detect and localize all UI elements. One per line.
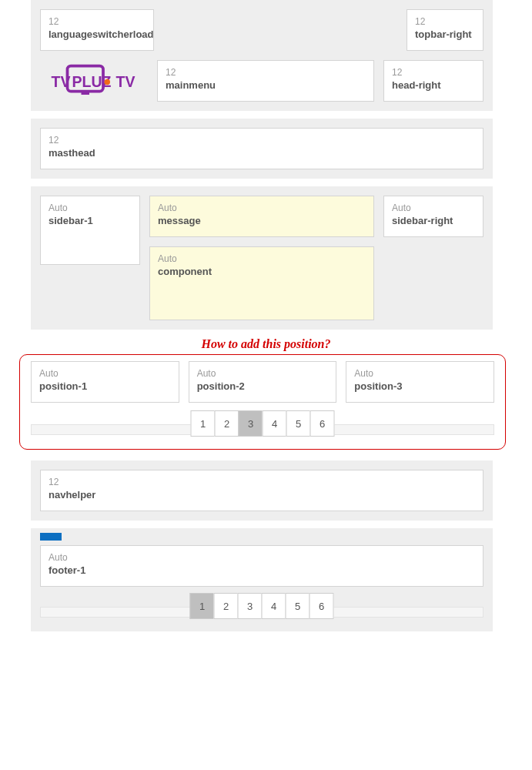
page-button-5[interactable]: 5: [286, 593, 310, 619]
module-name: head-right: [392, 79, 475, 91]
page-button-1[interactable]: 1: [191, 410, 216, 437]
page-button-2[interactable]: 2: [214, 593, 239, 619]
footer-section: Auto footer-1 123456: [31, 528, 493, 631]
footer-accent-icon: [40, 533, 62, 541]
module-size: 12: [166, 67, 366, 78]
logo-tvpluz: TV PLUZ TV: [40, 60, 148, 102]
module-size: Auto: [392, 203, 475, 213]
topbar-section: 12 languageswitcherload 12 topbar-right …: [31, 0, 493, 111]
module-size: Auto: [354, 368, 486, 379]
module-footer-1[interactable]: Auto footer-1: [40, 545, 483, 587]
footer-pagination-bar: 123456: [40, 594, 483, 622]
module-name: component: [158, 266, 366, 277]
module-sidebar-right[interactable]: Auto sidebar-right: [383, 196, 483, 237]
module-name: mainmenu: [166, 79, 366, 91]
module-name: masthead: [49, 147, 475, 159]
module-topbar-right[interactable]: 12 topbar-right: [407, 9, 483, 51]
module-size: Auto: [49, 203, 132, 213]
page-button-5[interactable]: 5: [286, 410, 311, 437]
module-name: footer-1: [49, 564, 475, 576]
svg-text:TV: TV: [116, 73, 136, 90]
module-name: navhelper: [49, 489, 475, 500]
module-name: position-3: [354, 380, 486, 392]
module-position-2[interactable]: Auto position-2: [189, 361, 337, 403]
svg-rect-1: [82, 92, 90, 95]
module-name: sidebar-1: [49, 215, 132, 226]
module-size: Auto: [158, 253, 366, 264]
module-head-right[interactable]: 12 head-right: [383, 60, 483, 102]
module-name: topbar-right: [415, 28, 475, 40]
highlight-positions: Auto position-1 Auto position-2 Auto pos…: [19, 354, 506, 450]
navhelper-section: 12 navhelper: [31, 460, 493, 521]
positions-pagination: 123456: [191, 410, 335, 437]
svg-text:TV: TV: [52, 73, 71, 90]
page-button-3[interactable]: 3: [239, 410, 263, 437]
module-size: Auto: [197, 368, 329, 379]
module-size: 12: [49, 477, 475, 487]
module-size: 12: [392, 67, 475, 78]
masthead-section: 12 masthead: [31, 119, 493, 179]
page-button-6[interactable]: 6: [310, 410, 335, 437]
module-size: 12: [49, 16, 146, 27]
module-mainmenu[interactable]: 12 mainmenu: [157, 60, 374, 102]
annotation-text: How to add this position?: [0, 337, 532, 351]
module-name: position-1: [39, 380, 171, 392]
module-name: message: [158, 215, 366, 226]
module-name: position-2: [197, 380, 329, 392]
module-sidebar-1[interactable]: Auto sidebar-1: [40, 196, 140, 265]
module-name: languageswitcherload: [49, 28, 146, 40]
module-languageswitcherload[interactable]: 12 languageswitcherload: [40, 9, 154, 51]
module-position-1[interactable]: Auto position-1: [31, 361, 179, 403]
footer-pagination: 123456: [190, 593, 334, 619]
module-component[interactable]: Auto component: [149, 246, 374, 320]
module-name: sidebar-right: [392, 215, 475, 226]
module-message[interactable]: Auto message: [149, 196, 374, 237]
spacer: [163, 9, 397, 51]
module-size: 12: [49, 135, 475, 146]
page-button-6[interactable]: 6: [309, 593, 334, 619]
module-size: Auto: [39, 368, 171, 379]
module-masthead[interactable]: 12 masthead: [40, 128, 483, 169]
module-size: 12: [415, 16, 475, 27]
content-section: Auto sidebar-1 Auto message Auto compone…: [31, 186, 493, 330]
page-button-4[interactable]: 4: [262, 593, 286, 619]
page-button-3[interactable]: 3: [238, 593, 263, 619]
module-position-3[interactable]: Auto position-3: [346, 361, 494, 403]
module-navhelper[interactable]: 12 navhelper: [40, 470, 483, 511]
svg-point-4: [105, 79, 111, 85]
page-button-4[interactable]: 4: [263, 410, 287, 437]
page-button-1[interactable]: 1: [190, 593, 215, 619]
module-size: Auto: [49, 552, 475, 563]
positions-pagination-bar: 123456: [31, 412, 494, 440]
page-button-2[interactable]: 2: [215, 410, 239, 437]
module-size: Auto: [158, 203, 366, 213]
